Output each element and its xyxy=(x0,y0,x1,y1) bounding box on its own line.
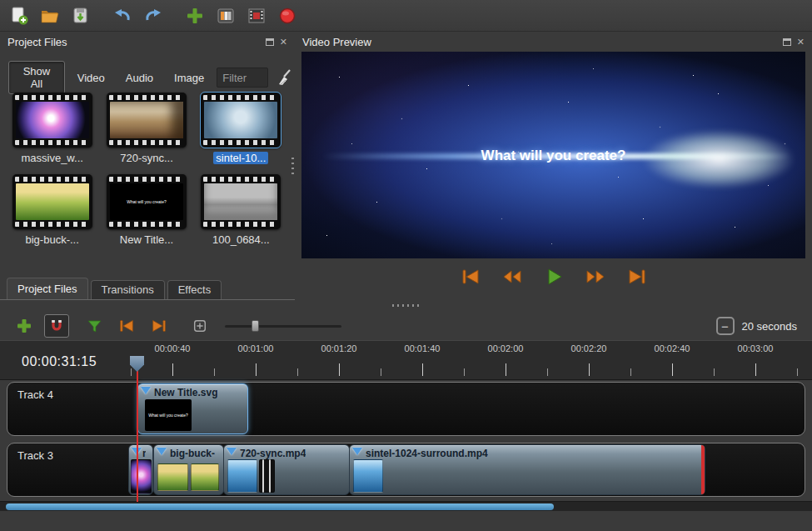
filter-image-button[interactable]: Image xyxy=(166,68,212,88)
ruler-mark: 00:03:00 xyxy=(726,343,785,353)
clip-thumbnail-text: What will you create? xyxy=(148,413,188,418)
title-preview-text: What will you create? xyxy=(127,199,167,204)
toolbar-separator xyxy=(170,6,178,26)
undo-button[interactable] xyxy=(108,3,137,29)
export-video-button[interactable] xyxy=(273,3,301,29)
file-item-massive[interactable]: massive_w... xyxy=(8,93,96,164)
save-project-button[interactable] xyxy=(67,3,95,29)
zoom-out-button[interactable]: − xyxy=(716,317,735,335)
file-item-big-buck[interactable]: big-buck-... xyxy=(8,174,96,246)
clip-filmstrip xyxy=(259,459,275,493)
clip-thumbnail xyxy=(131,459,152,493)
ruler-mark: 00:01:20 xyxy=(310,343,368,353)
splitter-grip xyxy=(392,304,421,307)
file-thumbnail: What will you create? xyxy=(107,174,187,229)
clip-thumbnail xyxy=(353,459,383,493)
ruler-mark: 00:02:40 xyxy=(643,343,701,353)
choose-profile-button[interactable] xyxy=(212,3,240,29)
ruler-mark: 00:02:00 xyxy=(476,343,535,353)
redo-icon xyxy=(143,6,163,26)
center-on-playhead-button[interactable] xyxy=(187,314,212,338)
file-item-720-sync[interactable]: 720-sync... xyxy=(102,93,190,164)
redo-button[interactable] xyxy=(139,3,167,29)
panel-splitter-horizontal[interactable] xyxy=(0,300,812,310)
clip-sintel[interactable]: sintel-1024-surround.mp4 xyxy=(349,444,705,495)
float-panel-icon[interactable] xyxy=(266,38,274,46)
splitter-grip xyxy=(291,158,294,176)
undo-icon xyxy=(112,6,132,26)
razor-tool-button[interactable] xyxy=(82,314,107,338)
close-panel-icon[interactable]: ✕ xyxy=(797,38,805,47)
clip-label: 720-sync.mp4 xyxy=(240,448,306,459)
film-strip-icon xyxy=(247,6,267,26)
center-playhead-icon xyxy=(192,318,207,333)
file-item-new-title[interactable]: What will you create? New Title... xyxy=(102,174,190,246)
rewind-button[interactable] xyxy=(499,266,526,288)
import-files-button[interactable] xyxy=(181,3,209,29)
openshot-window: Project Files ✕ Show All Video Audio Ima… xyxy=(0,0,812,531)
zoom-slider-handle[interactable] xyxy=(252,320,259,332)
clip-label: big-buck- xyxy=(170,448,215,459)
clip-label: m xyxy=(142,448,146,459)
thumbnail-image xyxy=(204,183,277,220)
clip-new-title[interactable]: New Title.svg What will you create? xyxy=(137,383,248,434)
tab-effects[interactable]: Effects xyxy=(167,280,222,299)
new-project-icon xyxy=(9,6,29,26)
clip-label: sintel-1024-surround.mp4 xyxy=(366,448,488,459)
clip-menu-icon[interactable] xyxy=(157,448,167,455)
track-3: Track 3 m big-buck- 720-sync.mp4 sintel-… xyxy=(7,443,805,497)
arrow-to-start-icon xyxy=(117,318,136,333)
fast-forward-button[interactable] xyxy=(582,266,609,288)
jump-to-end-button[interactable] xyxy=(624,266,650,288)
close-panel-icon[interactable]: ✕ xyxy=(280,38,287,47)
filter-input[interactable] xyxy=(217,68,268,88)
playhead-line xyxy=(137,370,138,502)
filter-audio-button[interactable]: Audio xyxy=(117,68,162,88)
toolbar-separator xyxy=(97,6,106,26)
jump-to-start-button[interactable] xyxy=(457,266,484,288)
thumbnail-image xyxy=(204,102,277,138)
file-label: massive_w... xyxy=(21,152,82,164)
timeline-scrollbar[interactable] xyxy=(0,501,812,511)
file-item-100-0684[interactable]: 100_0684... xyxy=(197,174,285,246)
new-project-button[interactable] xyxy=(5,3,33,29)
play-button[interactable] xyxy=(541,266,567,288)
clip-menu-icon[interactable] xyxy=(227,448,237,455)
tab-transitions[interactable]: Transitions xyxy=(91,280,165,299)
jump-end-icon xyxy=(626,268,648,286)
timeline-ruler[interactable]: 00:00:31:15 00:00:40 00:01:00 00:01:20 0… xyxy=(0,340,812,380)
clip-720-sync[interactable]: 720-sync.mp4 xyxy=(223,444,350,495)
clip-massive[interactable]: m xyxy=(128,444,153,495)
snapping-toggle-button[interactable] xyxy=(44,314,69,338)
left-dock-tabs: Project Files Transitions Effects xyxy=(0,278,295,300)
file-item-sintel[interactable]: sintel-10... xyxy=(197,93,285,164)
previous-marker-button[interactable] xyxy=(114,314,139,338)
timeline-toolbar: − 20 seconds xyxy=(0,312,812,340)
tab-project-files[interactable]: Project Files xyxy=(7,278,88,299)
filter-show-all-button[interactable]: Show All xyxy=(8,61,65,94)
thumbnail-image: What will you create? xyxy=(110,183,183,220)
next-marker-button[interactable] xyxy=(147,314,172,338)
clip-thumbnail: What will you create? xyxy=(145,399,192,431)
clip-menu-icon[interactable] xyxy=(352,448,362,455)
project-files-grid: massive_w... 720-sync... sintel-10... bi… xyxy=(8,93,285,246)
playhead-timecode: 00:00:31:15 xyxy=(22,354,97,369)
open-project-button[interactable] xyxy=(36,3,64,29)
project-files-title: Project Files xyxy=(7,36,67,48)
clip-thumbnail xyxy=(157,463,188,491)
file-thumbnail xyxy=(107,93,187,148)
filter-video-button[interactable]: Video xyxy=(69,68,113,88)
ruler-mark: 00:00:40 xyxy=(143,343,202,353)
add-track-button[interactable] xyxy=(12,314,37,338)
arrow-to-end-icon xyxy=(150,318,168,333)
zoom-slider[interactable] xyxy=(225,318,341,333)
clip-big-buck[interactable]: big-buck- xyxy=(153,444,224,495)
file-label: New Title... xyxy=(120,233,173,246)
clip-menu-icon[interactable] xyxy=(141,387,151,394)
animated-title-button[interactable] xyxy=(242,3,271,29)
float-panel-icon[interactable] xyxy=(783,38,791,46)
main-toolbar xyxy=(0,0,812,32)
timeline-scrollbar-thumb[interactable] xyxy=(6,503,554,510)
video-preview-header: Video Preview ✕ xyxy=(295,33,812,51)
file-label: big-buck-... xyxy=(26,233,79,246)
